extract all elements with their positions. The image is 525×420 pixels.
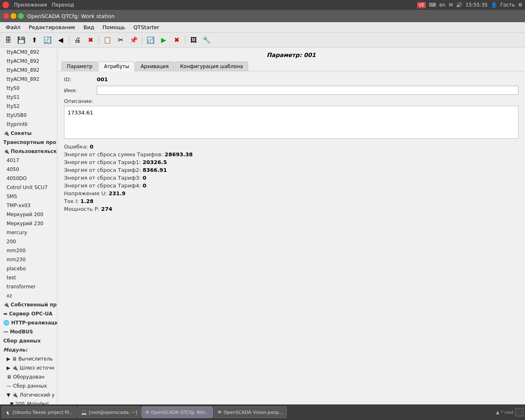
sidebar-item-xz[interactable]: xz	[0, 291, 57, 300]
sidebar-item-ttyacm0-1[interactable]: ttyACM0_892	[0, 48, 57, 57]
sidebar-item-test[interactable]: test	[0, 273, 57, 282]
sidebar-item-modbus[interactable]: — ModBUS	[0, 327, 57, 336]
sidebar-item-module[interactable]: Модуль:	[0, 345, 57, 354]
menu-qtstarter[interactable]: QTStarter	[130, 23, 162, 31]
data-field-power: Мощность P: 274	[64, 206, 518, 212]
sidebar-item-gateway[interactable]: ▶ 🔌 Шлюз источн	[0, 363, 57, 372]
openscada-vision-label: OpenSCADA Vision-разр...	[224, 410, 283, 415]
data-field-energy-total: Энергия от сброса сумма Тарифов: 28693.3…	[64, 151, 518, 158]
volume-icon[interactable]: 🔊	[456, 2, 462, 8]
terminal-label: [root@openscada: ~]	[89, 410, 137, 415]
sidebar-item-4050DO[interactable]: 4050DO	[0, 174, 57, 183]
menu-file[interactable]: Файл	[2, 23, 24, 31]
menu-edit[interactable]: Редактирование	[25, 23, 78, 31]
sidebar-item-4050[interactable]: 4050	[0, 165, 57, 174]
menu-bar: Файл Редактирование Вид Помощь QTStarter	[0, 22, 525, 33]
settings-icon[interactable]: ⚙	[518, 2, 523, 8]
sidebar-item-cotrol[interactable]: Cotrol Unit SCU7	[0, 183, 57, 192]
toolbar-copy-btn[interactable]: 📋	[102, 34, 113, 46]
sidebar-item-ttyacm0-2[interactable]: ttyACM0_892	[0, 57, 57, 66]
locale-indicator[interactable]: en	[439, 2, 445, 8]
sidebar-item-mercury230[interactable]: Меркурий 230	[0, 219, 57, 228]
sidebar-item-own[interactable]: 🔌 Собственный пр	[0, 300, 57, 309]
sidebar-item-4017[interactable]: 4017	[0, 156, 57, 165]
toolbar-cancel-btn[interactable]: ✖	[171, 34, 183, 46]
sidebar-item-mm230[interactable]: mm230	[0, 255, 57, 264]
openscada-vision-icon: 👁	[217, 410, 222, 415]
own-label: Собственный пр	[11, 301, 57, 308]
sidebar-item-sockets[interactable]: 🔌 Сокеты	[0, 129, 57, 138]
taskbar-openscada-work[interactable]: ⚙ OpenSCADA QTCfg: Wor...	[142, 406, 213, 418]
sidebar-item-tmp[interactable]: TMP-xx03	[0, 201, 57, 210]
sidebar-item-transport[interactable]: Транспортные про	[0, 138, 57, 147]
sidebar-item-opc-ua[interactable]: ➡ Сервер OPC-UA	[0, 309, 57, 318]
toolbar-img2-btn[interactable]: 🔧	[201, 34, 212, 46]
openscada-work-label: OpenSCADA QTCfg: Wor...	[151, 410, 209, 415]
sidebar-item-200molodezi[interactable]: ▼ 200_Molodezi	[0, 399, 57, 404]
sidebar-item-compute[interactable]: ▶ 🖥 Вычислитель	[0, 354, 57, 363]
toolbar-print-btn[interactable]: 🖨	[72, 34, 83, 46]
name-label: Имя:	[64, 87, 97, 94]
sidebar-item-ttys1[interactable]: ttyS1	[0, 93, 57, 102]
taskbar-ubuntu[interactable]: 🐧 [Ubuntu Tweak project fil...	[2, 406, 77, 418]
sockets-label: Сокеты	[11, 130, 32, 137]
toolbar-db-btn[interactable]: 🗄	[2, 34, 14, 46]
toolbar-up-btn[interactable]: ⬆	[29, 34, 40, 46]
taskbar-root-indicator: ▲ * root	[496, 410, 514, 415]
toolbar-sync-btn[interactable]: 🔃	[145, 34, 156, 46]
sidebar-item-http[interactable]: 🌐 HTTP-реализаци	[0, 318, 57, 327]
menu-goto[interactable]: Переход	[52, 2, 74, 8]
toolbar-cut-btn[interactable]: ✂	[115, 34, 126, 46]
sidebar-item-mm200[interactable]: mm200	[0, 246, 57, 255]
data-field-voltage: Напряжение U: 231.9	[64, 190, 518, 196]
name-input[interactable]	[97, 86, 518, 95]
toolbar-play-btn[interactable]: ▶	[158, 34, 169, 46]
toolbar-refresh-btn[interactable]: 🔄	[42, 34, 53, 46]
sidebar-item-equipment[interactable]: 🖥 Оборудован	[0, 372, 57, 381]
sockets-icon: 🔌	[3, 130, 9, 137]
sidebar-item-sms[interactable]: SMS	[0, 192, 57, 201]
toolbar-img1-btn[interactable]: 🖼	[188, 34, 199, 46]
minimize-button[interactable]	[11, 13, 16, 19]
own-icon: 🔌	[3, 301, 9, 308]
sidebar-item-mercury[interactable]: mercury	[0, 228, 57, 237]
tab-template[interactable]: Конфигурация шаблона	[175, 62, 248, 71]
sidebar-item-ttyprintk[interactable]: ttyprintk	[0, 120, 57, 129]
sidebar-item-datacollect[interactable]: Сбор данных	[0, 336, 57, 345]
menu-view[interactable]: Вид	[80, 23, 97, 31]
menu-help[interactable]: Помощь	[99, 23, 128, 31]
data-field-energy-tariff4: Энергия от сброса Тариф4: 0	[64, 183, 518, 189]
userspace-label: Пользовательск	[11, 148, 57, 155]
toolbar-save-btn[interactable]: 💾	[16, 34, 27, 46]
sidebar-item-ttyacm0-3[interactable]: ttyACM0_892	[0, 66, 57, 75]
taskbar-terminal[interactable]: 💻 [root@openscada: ~]	[78, 406, 141, 418]
sidebar-item-placebo[interactable]: placebo	[0, 264, 57, 273]
sidebar-item-userspace[interactable]: 🔌 Пользовательск	[0, 147, 57, 156]
tab-attribs[interactable]: Атрибуты	[98, 62, 135, 71]
toolbar-back-btn[interactable]: ◀	[55, 34, 66, 46]
toolbar-stop-btn[interactable]: ✖	[85, 34, 96, 46]
sidebar-item-ttys0[interactable]: ttyS0	[0, 84, 57, 93]
sidebar-item-ttys2[interactable]: ttyS2	[0, 102, 57, 111]
system-bar: Приложения Переход VE ⌨ en ✉ 🔊 15:55:35 …	[0, 0, 525, 10]
sidebar-item-transformer[interactable]: transformer	[0, 282, 57, 291]
sidebar-item-logical[interactable]: ▼ 🔌 Логический у	[0, 390, 57, 399]
sidebar-item-ttyusb0[interactable]: ttyUSB0	[0, 111, 57, 120]
menu-applications[interactable]: Приложения	[14, 2, 47, 8]
maximize-button[interactable]	[18, 13, 24, 19]
sidebar-item-mercury200[interactable]: Меркурий 200	[0, 210, 57, 219]
toolbar-paste-btn[interactable]: 📌	[128, 34, 139, 46]
username: Гость	[500, 2, 515, 8]
title-bar: OpenSCADA QTCfg: Work station	[0, 10, 525, 22]
name-row: Имя:	[64, 86, 518, 95]
toolbar-separator-1	[69, 36, 69, 45]
sidebar-item-ttyacm0-4[interactable]: ttyACM0_892	[0, 75, 57, 84]
tab-archive[interactable]: Архивация	[135, 62, 174, 71]
param-title: Параметр: 001	[57, 48, 525, 62]
sidebar-item-200[interactable]: 200	[0, 237, 57, 246]
close-button[interactable]	[3, 13, 9, 19]
tab-parameter[interactable]: Параметр	[62, 62, 98, 71]
taskbar-openscada-vision[interactable]: 👁 OpenSCADA Vision-разр...	[214, 406, 287, 418]
data-field-error: Ошибка: 0	[64, 144, 518, 150]
sidebar-item-collect2[interactable]: — Сбор данных	[0, 381, 57, 390]
